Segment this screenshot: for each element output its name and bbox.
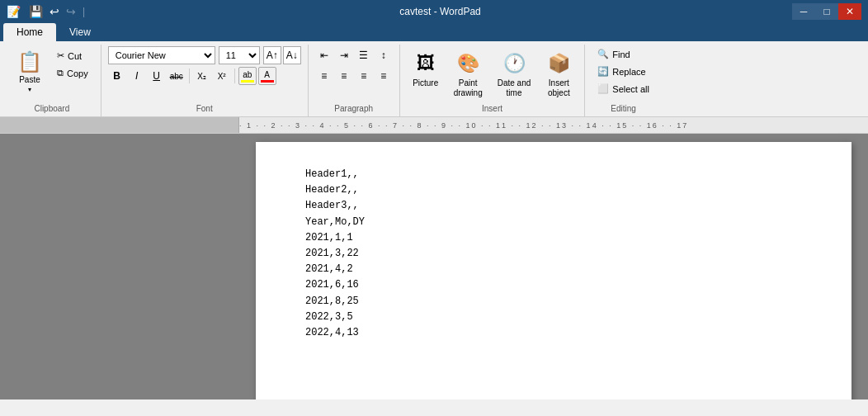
find-icon: 🔍: [597, 49, 609, 59]
font-color-button[interactable]: A: [258, 67, 276, 85]
font-color-stripe: [261, 80, 274, 83]
left-panel: [0, 134, 239, 399]
datetime-button[interactable]: 🕐 Date andtime: [492, 46, 537, 102]
select-all-icon: ⬜: [597, 83, 609, 94]
picture-label: Picture: [413, 78, 438, 87]
save-button[interactable]: 💾: [26, 3, 46, 20]
line-spacing-button[interactable]: ↕: [375, 46, 393, 64]
datetime-icon: 🕐: [501, 50, 527, 77]
increase-font-size-button[interactable]: A↑: [263, 46, 281, 64]
insert-object-button[interactable]: 📦 Insertobject: [540, 46, 578, 102]
underline-button[interactable]: U: [148, 67, 166, 85]
redo-button[interactable]: ↪: [63, 3, 79, 20]
select-all-label: Select all: [612, 84, 649, 94]
app-icon: 📝: [7, 5, 21, 18]
paste-dropdown-icon: ▾: [28, 86, 31, 93]
align-left-button[interactable]: ≡: [315, 67, 333, 85]
subscript-button[interactable]: X₂: [193, 67, 211, 85]
decrease-indent-button[interactable]: ⇤: [315, 46, 333, 64]
editing-group-label: Editing: [592, 102, 655, 115]
document-page[interactable]: Header1,, Header2,, Header3,, Year,Mo,DY…: [256, 142, 851, 399]
close-button[interactable]: ✕: [838, 3, 861, 20]
minimize-button[interactable]: ─: [792, 3, 815, 20]
datetime-label: Date andtime: [498, 78, 531, 98]
document-area[interactable]: Header1,, Header2,, Header3,, Year,Mo,DY…: [239, 134, 868, 399]
insert-object-icon: 📦: [545, 50, 572, 77]
highlight-icon: ab: [243, 70, 252, 79]
italic-button[interactable]: I: [128, 67, 146, 85]
cut-icon: ✂: [57, 50, 64, 61]
paint-drawing-button[interactable]: 🎨 Paintdrawing: [448, 46, 488, 102]
font-color-icon: A: [264, 70, 270, 79]
paint-label: Paintdrawing: [454, 78, 483, 98]
document-content[interactable]: Header1,, Header2,, Header3,, Year,Mo,DY…: [305, 167, 802, 341]
insert-object-label: Insertobject: [548, 78, 570, 98]
justify-button[interactable]: ≡: [375, 67, 393, 85]
find-label: Find: [612, 50, 630, 59]
undo-button[interactable]: ↩: [46, 3, 63, 20]
superscript-button[interactable]: X²: [213, 67, 231, 85]
replace-button[interactable]: 🔄 Replace: [592, 64, 651, 79]
copy-icon: ⧉: [57, 68, 64, 78]
bullets-button[interactable]: ☰: [355, 46, 373, 64]
increase-indent-button[interactable]: ⇥: [335, 46, 353, 64]
maximize-button[interactable]: □: [815, 3, 838, 20]
paint-icon: 🎨: [455, 50, 481, 77]
font-family-select[interactable]: Courier New: [108, 46, 215, 64]
highlight-color-stripe: [241, 80, 254, 83]
separator: |: [83, 6, 85, 17]
tab-home[interactable]: Home: [3, 23, 56, 41]
font-size-select[interactable]: 11: [219, 46, 260, 64]
replace-icon: 🔄: [597, 66, 609, 77]
ruler: · 1 · · 2 · · 3 · · 4 · · 5 · · 6 · · 7 …: [0, 117, 868, 134]
cut-label: Cut: [68, 51, 82, 61]
copy-label: Copy: [67, 69, 88, 78]
cut-button[interactable]: ✂ Cut: [51, 48, 94, 64]
bold-button[interactable]: B: [108, 67, 126, 85]
strikethrough-button[interactable]: abc: [167, 67, 186, 85]
paste-button[interactable]: 📋 Paste ▾: [10, 46, 50, 102]
insert-group-label: Insert: [407, 102, 578, 115]
tab-view[interactable]: View: [56, 23, 104, 41]
paragraph-group-label: Paragraph: [315, 102, 393, 115]
title-bar-text: cavtest - WordPad: [88, 6, 792, 17]
find-button[interactable]: 🔍 Find: [592, 46, 635, 62]
paste-label: Paste: [19, 75, 40, 84]
replace-label: Replace: [612, 67, 645, 77]
copy-button[interactable]: ⧉ Copy: [51, 65, 94, 81]
select-all-button[interactable]: ⬜ Select all: [592, 81, 655, 97]
decrease-font-size-button[interactable]: A↓: [283, 46, 301, 64]
clipboard-group-label: Clipboard: [10, 102, 94, 115]
align-center-button[interactable]: ≡: [335, 67, 353, 85]
picture-icon: 🖼: [413, 50, 439, 77]
highlight-color-button[interactable]: ab: [238, 67, 257, 85]
paste-icon: 📋: [17, 50, 42, 73]
align-right-button[interactable]: ≡: [355, 67, 373, 85]
font-group-label: Font: [108, 102, 301, 115]
picture-button[interactable]: 🖼 Picture: [407, 46, 445, 92]
